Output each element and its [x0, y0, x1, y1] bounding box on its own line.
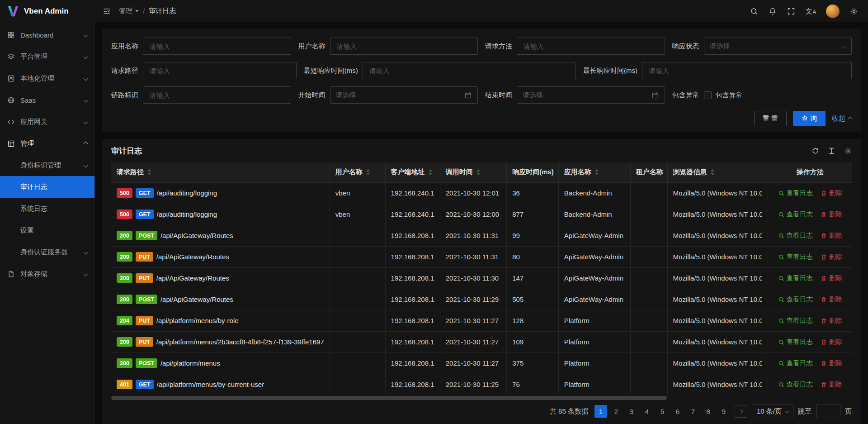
- page-button-6[interactable]: 6: [671, 405, 684, 418]
- column-header[interactable]: 用户名称: [330, 162, 385, 182]
- sidebar-item[interactable]: 设置: [0, 219, 94, 241]
- min-response-time-input[interactable]: [368, 67, 570, 75]
- user-cell: [330, 353, 385, 374]
- request-path-input[interactable]: [149, 67, 291, 75]
- notification-bell-icon[interactable]: [769, 7, 777, 15]
- view-log-button[interactable]: 查看日志: [778, 252, 813, 261]
- view-log-button[interactable]: 查看日志: [778, 189, 813, 197]
- client-address-cell: 192.168.208.1: [385, 225, 440, 246]
- page-button-2[interactable]: 2: [610, 405, 623, 418]
- scrollbar-thumb[interactable]: [111, 396, 667, 400]
- view-log-button[interactable]: 查看日志: [778, 380, 813, 389]
- trace-id-input[interactable]: [149, 91, 285, 100]
- user-avatar[interactable]: [826, 5, 840, 18]
- max-response-time-input[interactable]: [648, 67, 846, 75]
- column-header[interactable]: 应用名称: [558, 162, 630, 182]
- view-log-button[interactable]: 查看日志: [778, 210, 813, 219]
- sidebar-item[interactable]: 平台管理: [0, 46, 94, 67]
- page-button-3[interactable]: 3: [625, 405, 638, 418]
- sidebar-item[interactable]: Dashboard: [0, 24, 94, 46]
- column-header[interactable]: 调用时间: [440, 162, 506, 182]
- language-translate-icon[interactable]: 文A: [806, 8, 816, 14]
- app-name-cell: Platform: [558, 310, 630, 331]
- sidebar-item[interactable]: 本地化管理: [0, 67, 94, 89]
- query-button[interactable]: 查 询: [793, 111, 826, 126]
- audit-log-panel: 审计日志: [102, 139, 861, 424]
- method-badge: POST: [136, 231, 157, 240]
- sort-icon[interactable]: [366, 169, 370, 175]
- column-header[interactable]: 响应时间(ms): [507, 162, 559, 182]
- app-name-input[interactable]: [149, 42, 285, 51]
- sidebar-item[interactable]: 应用网关: [0, 111, 94, 133]
- view-log-button[interactable]: 查看日志: [778, 338, 813, 346]
- tenant-cell: [630, 204, 667, 225]
- page-button-4[interactable]: 4: [641, 405, 653, 418]
- end-time-date-picker[interactable]: 请选择: [517, 86, 665, 104]
- delete-button[interactable]: 删除: [821, 274, 842, 282]
- delete-button[interactable]: 删除: [821, 380, 842, 389]
- view-log-button[interactable]: 查看日志: [778, 231, 813, 240]
- request-method-input[interactable]: [523, 42, 659, 51]
- sort-icon[interactable]: [711, 169, 714, 175]
- view-log-button[interactable]: 查看日志: [778, 359, 813, 367]
- sidebar-item[interactable]: 对象存储: [0, 263, 94, 285]
- page-button-5[interactable]: 5: [656, 405, 669, 418]
- column-header[interactable]: 客户端地址: [385, 162, 440, 182]
- page-button-8[interactable]: 8: [702, 405, 715, 418]
- sort-icon[interactable]: [147, 169, 151, 175]
- sidebar-item[interactable]: 管理: [0, 133, 94, 154]
- page-button-7[interactable]: 7: [687, 405, 699, 418]
- settings-gear-icon[interactable]: [849, 7, 858, 15]
- fullscreen-icon[interactable]: [787, 7, 796, 15]
- table-row: 200POST/api/ApiGateway/Routes192.168.208…: [111, 289, 852, 310]
- sidebar-item[interactable]: 身份认证服务器: [0, 241, 94, 263]
- column-settings-gear-icon[interactable]: [844, 147, 852, 155]
- table-row: 500GET/api/auditing/loggingvben192.168.2…: [111, 204, 852, 225]
- sort-icon[interactable]: [429, 169, 432, 175]
- collapse-link[interactable]: 收起: [832, 114, 852, 123]
- jump-page-input[interactable]: [816, 405, 840, 418]
- column-header[interactable]: 请求路径: [111, 162, 330, 182]
- delete-button[interactable]: 删除: [821, 252, 842, 261]
- view-log-button[interactable]: 查看日志: [778, 316, 813, 325]
- menu-fold-icon[interactable]: [102, 7, 111, 15]
- delete-button[interactable]: 删除: [821, 231, 842, 240]
- response-status-select[interactable]: 请选择: [704, 38, 852, 55]
- delete-button[interactable]: 删除: [821, 338, 842, 346]
- view-log-button[interactable]: 查看日志: [778, 295, 813, 304]
- delete-button[interactable]: 删除: [821, 359, 842, 367]
- sidebar-item[interactable]: 系统日志: [0, 198, 94, 219]
- column-header[interactable]: 浏览器信息: [667, 162, 768, 182]
- table-toolbar: [811, 147, 852, 155]
- breadcrumb-root[interactable]: 管理: [119, 7, 139, 15]
- page-size-select[interactable]: 10 条/页: [752, 405, 793, 418]
- column-header[interactable]: 租户名称: [630, 162, 667, 182]
- refresh-icon[interactable]: [811, 147, 819, 155]
- sidebar-item[interactable]: 审计日志: [0, 176, 94, 198]
- start-time-date-picker[interactable]: 请选择: [330, 86, 478, 104]
- view-log-button[interactable]: 查看日志: [778, 274, 813, 282]
- sort-icon[interactable]: [595, 169, 599, 175]
- breadcrumb-separator: /: [143, 7, 145, 15]
- logo[interactable]: Vben Admin: [0, 0, 94, 22]
- sidebar: Vben Admin Dashboard平台管理本地化管理Saas应用网关管理身…: [0, 0, 95, 424]
- sidebar-item[interactable]: 身份标识管理: [0, 154, 94, 176]
- delete-button[interactable]: 删除: [821, 210, 842, 219]
- row-height-icon[interactable]: [828, 147, 835, 155]
- reset-button[interactable]: 重 置: [754, 111, 787, 126]
- next-page-button[interactable]: [735, 405, 747, 418]
- delete-button[interactable]: 删除: [821, 316, 842, 325]
- search-icon[interactable]: [750, 7, 759, 15]
- delete-button[interactable]: 删除: [821, 295, 842, 304]
- sort-icon[interactable]: [476, 169, 480, 175]
- delete-button[interactable]: 删除: [821, 189, 842, 197]
- user-name-input[interactable]: [336, 42, 472, 51]
- app-name-cell: ApiGateWay-Admin: [558, 267, 630, 289]
- page-button-9[interactable]: 9: [717, 405, 730, 418]
- chevron-down-icon: [84, 54, 88, 59]
- start-time-field: 开始时间请选择: [298, 86, 478, 104]
- call-time-cell: 2021-10-30 11:27: [440, 310, 506, 331]
- sidebar-item[interactable]: Saas: [0, 89, 94, 111]
- page-button-1[interactable]: 1: [594, 405, 607, 418]
- include-exception-checkbox[interactable]: [704, 91, 712, 99]
